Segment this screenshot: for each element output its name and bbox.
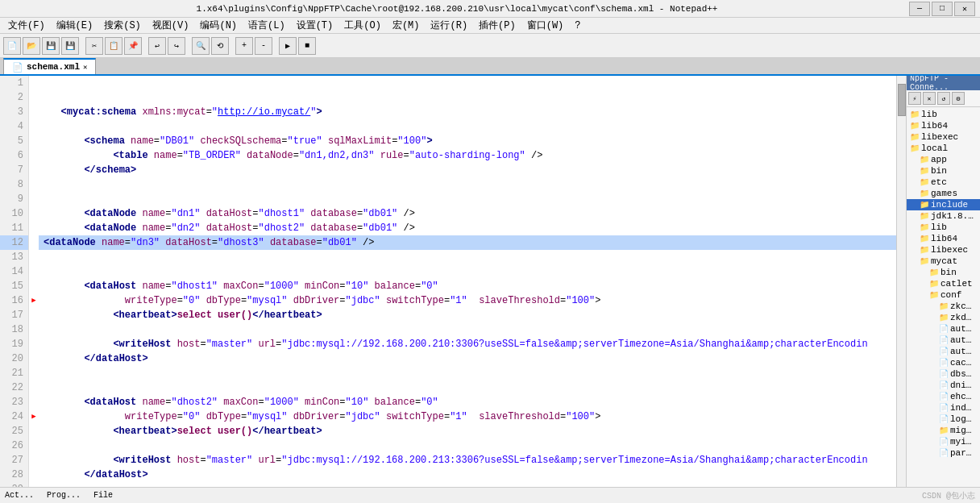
title-text: 1.x64\plugins\Config\NppFTP\Cache\root@1…: [5, 4, 909, 14]
tree-item-dbseq___[interactable]: 📄dbseq...: [907, 368, 980, 380]
paste-button[interactable]: 📌: [124, 37, 142, 55]
tree-item-lib64[interactable]: 📁lib64: [907, 233, 980, 244]
line-number-6: 6: [0, 148, 29, 163]
tree-item-games[interactable]: 📁games: [907, 188, 980, 199]
tab-schema-xml[interactable]: 📄 schema.xml ✕: [3, 58, 96, 74]
line-code-8: [39, 177, 896, 192]
tree-item-caches___[interactable]: 📄caches...: [907, 357, 980, 368]
code-line-16: 16▶ writeType="0" dbType="mysql" dbDrive…: [0, 293, 896, 308]
zoom-in-button[interactable]: +: [235, 37, 253, 55]
line-number-21: 21: [0, 366, 29, 380]
tree-item-bin[interactable]: 📁bin: [907, 267, 980, 278]
line-marker-26: [29, 439, 39, 453]
tree-item-lib[interactable]: 📁lib: [907, 222, 980, 233]
menu-item[interactable]: 搜索(S): [99, 18, 146, 33]
tree-item-libexec[interactable]: 📁libexec: [907, 244, 980, 256]
folder-icon: 📁: [920, 200, 929, 210]
minimize-button[interactable]: —: [909, 2, 930, 16]
line-marker-11: [29, 221, 39, 235]
new-button[interactable]: 📄: [3, 37, 21, 55]
line-code-2: [39, 90, 896, 105]
line-number-14: 14: [0, 264, 29, 279]
menu-item[interactable]: ?: [570, 19, 585, 32]
tree-item-log4j2___[interactable]: 📄log4j2...: [907, 414, 980, 425]
watermark: CSDN @包小志: [922, 490, 975, 501]
file-icon: 📄: [939, 392, 949, 401]
disconnect-button[interactable]: ✕: [923, 92, 936, 105]
menu-item[interactable]: 语言(L): [243, 18, 290, 33]
editor-content[interactable]: 123 <mycat:schema xmlns:mycat="http://io…: [0, 76, 906, 487]
line-code-24: writeType="0" dbType="mysql" dbDriver="j…: [39, 409, 896, 424]
find-button[interactable]: 🔍: [192, 37, 210, 55]
save-button[interactable]: 💾: [42, 37, 60, 55]
tree-item-bin[interactable]: 📁bin: [907, 165, 980, 177]
tree-item-label: libexec: [931, 245, 968, 255]
tree-item-local[interactable]: 📁local: [907, 143, 980, 154]
tab-close-icon[interactable]: ✕: [83, 63, 87, 72]
tree-item-include[interactable]: 📁include: [907, 199, 980, 210]
run-button[interactable]: ▶: [279, 37, 297, 55]
copy-button[interactable]: 📋: [105, 37, 122, 55]
menu-item[interactable]: 编辑(E): [52, 18, 98, 33]
tree-item-index_t___[interactable]: 📄index_t...: [907, 402, 980, 414]
tree-item-ehcach___[interactable]: 📄ehcach...: [907, 391, 980, 402]
tree-item-catlet[interactable]: 📁catlet: [907, 278, 980, 289]
tree-item-auto_sh___[interactable]: 📄auto-sh...: [907, 335, 980, 346]
tree-item-lib64[interactable]: 📁lib64: [907, 120, 980, 131]
line-code-3: <mycat:schema xmlns:mycat="http://io.myc…: [39, 105, 896, 119]
menu-item[interactable]: 运行(R): [426, 18, 472, 33]
menu-item[interactable]: 视图(V): [147, 18, 194, 33]
menu-item[interactable]: 文件(F): [3, 18, 50, 33]
code-line-14: 14: [0, 264, 896, 279]
undo-button[interactable]: ↩: [148, 37, 166, 55]
tree-item-lib[interactable]: 📁lib: [907, 109, 980, 120]
settings-button[interactable]: ⚙: [952, 92, 965, 105]
open-button[interactable]: 📂: [23, 37, 40, 55]
menu-item[interactable]: 插件(P): [474, 18, 521, 33]
tree-item-zkconf[interactable]: 📁zkconf: [907, 301, 980, 312]
tree-item-partitio___[interactable]: 📄partitio...: [907, 447, 980, 459]
menu-item[interactable]: 宏(M): [388, 18, 425, 33]
menu-item[interactable]: 工具(O): [339, 18, 386, 33]
code-line-18: 18: [0, 322, 896, 337]
line-number-2: 2: [0, 90, 29, 105]
line-number-12: 12: [0, 235, 29, 250]
line-number-29: 29: [0, 482, 29, 487]
menu-item[interactable]: 设置(T): [292, 18, 338, 33]
cut-button[interactable]: ✂: [85, 37, 103, 55]
menu-item[interactable]: 编码(N): [195, 18, 242, 33]
tree-item-libexec[interactable]: 📁libexec: [907, 131, 980, 143]
tree-item-mycat[interactable]: 📁mycat: [907, 256, 980, 267]
tree-item-conf[interactable]: 📁conf: [907, 289, 980, 301]
tree-item-zkdown___[interactable]: 📁zkdown...: [907, 312, 980, 323]
folder-icon: 📁: [920, 245, 929, 255]
stop-button[interactable]: ■: [298, 37, 316, 55]
code-line-19: 19 <writeHost host="master" url="jdbc:my…: [0, 337, 896, 351]
line-code-12: <dataNode name="dn3" dataHost="dhost3" d…: [39, 235, 896, 250]
connect-button[interactable]: ⚡: [908, 92, 921, 105]
redo-button[interactable]: ↪: [168, 37, 185, 55]
tree-item-myid_pr___[interactable]: 📄myid.pr...: [907, 436, 980, 447]
tree-item-auto_sh___[interactable]: 📄auto-sh...: [907, 346, 980, 357]
close-button[interactable]: ✕: [954, 2, 975, 16]
tree-item-app[interactable]: 📁app: [907, 154, 980, 165]
folder-icon: 📁: [929, 268, 939, 277]
tree-item-migrate[interactable]: 📁migrate: [907, 425, 980, 436]
folder-icon: 📁: [939, 301, 949, 311]
zoom-out-button[interactable]: -: [255, 37, 272, 55]
tree-item-etc[interactable]: 📁etc: [907, 177, 980, 188]
menu-item[interactable]: 窗口(W): [522, 18, 569, 33]
line-marker-17: [29, 308, 39, 322]
tree-item-dninde___[interactable]: 📄dninde...: [907, 380, 980, 391]
tree-item-jdk1_8_0_171[interactable]: 📁jdk1.8.0_171: [907, 210, 980, 222]
replace-button[interactable]: ⟲: [211, 37, 229, 55]
folder-icon: 📁: [920, 166, 929, 176]
tree-item-autopa___[interactable]: 📄autopa...: [907, 323, 980, 335]
folder-icon: 📁: [929, 290, 939, 300]
save-all-button[interactable]: 💾: [61, 37, 79, 55]
line-marker-20: [29, 351, 39, 366]
editor: 123 <mycat:schema xmlns:mycat="http://io…: [0, 76, 906, 487]
file-tree[interactable]: 📁lib📁lib64📁libexec📁local📁app📁bin📁etc📁gam…: [907, 107, 980, 487]
maximize-button[interactable]: □: [932, 2, 953, 16]
refresh-button[interactable]: ↺: [937, 92, 950, 105]
